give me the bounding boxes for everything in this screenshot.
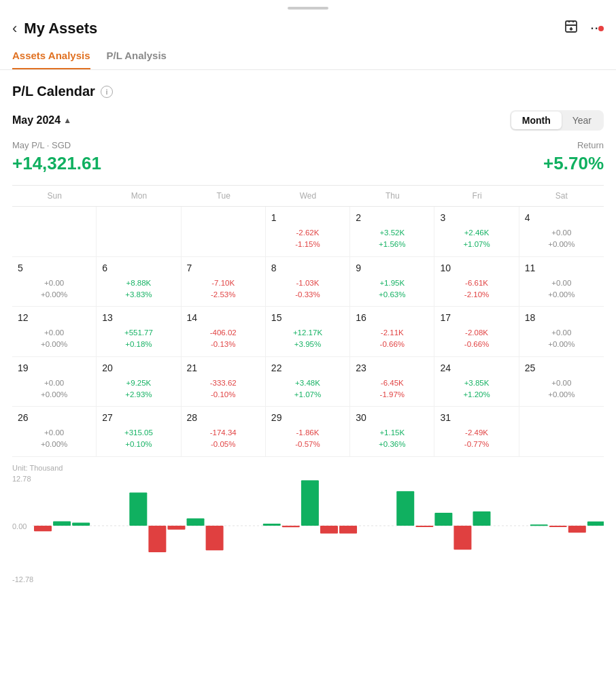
cal-pl-value: -2.62K-1.15% — [295, 227, 320, 251]
cal-day-number: 22 — [270, 362, 282, 373]
cal-day-number: 14 — [186, 312, 198, 323]
cal-day-number: 29 — [270, 412, 282, 423]
bar-28 — [568, 526, 586, 533]
cal-cell: 25+0.00+0.00% — [519, 357, 604, 407]
cal-day-number: 2 — [354, 212, 361, 223]
cal-cell: 11+0.00+0.00% — [519, 257, 604, 307]
bar-0 — [34, 526, 52, 531]
calendar-week-2: 5+0.00+0.00%6+8.88K+3.83%7-7.10K-2.53%8-… — [12, 257, 604, 307]
cal-cell: 28-174.34-0.05% — [182, 407, 266, 456]
header: ‹ My Assets ··· — [0, 14, 616, 44]
cal-cell: 7-7.10K-2.53% — [182, 257, 266, 307]
cal-day-number: 3 — [439, 212, 445, 223]
chart-mid-label: 0.00 — [12, 522, 27, 530]
cal-pl-value: +0.00+0.00% — [548, 377, 575, 401]
cal-cell: 3+2.46K+1.07% — [434, 207, 519, 256]
cal-pl-value: -333.62-0.10% — [210, 377, 237, 401]
bar-27 — [549, 526, 567, 527]
bar-14 — [301, 480, 319, 526]
cal-pl-value: +0.00+0.00% — [548, 227, 575, 251]
bar-12 — [263, 523, 281, 525]
cal-pl-value: +3.48K+1.07% — [294, 377, 321, 401]
cal-cell: 26+0.00+0.00% — [12, 407, 97, 456]
cal-cell: 30+1.15K+0.36% — [350, 407, 434, 456]
return-right: Return +5.70% — [543, 140, 604, 174]
cal-day-number: 20 — [101, 362, 113, 373]
cal-pl-value: +0.00+0.00% — [41, 377, 67, 401]
year-toggle-btn[interactable]: Year — [562, 112, 602, 129]
bar-16 — [339, 526, 357, 533]
bar-21 — [434, 512, 452, 525]
info-icon[interactable]: i — [101, 86, 113, 98]
view-toggle: Month Year — [510, 110, 604, 131]
cal-day-number: 31 — [439, 412, 451, 423]
cal-pl-value: -174.34-0.05% — [210, 427, 237, 451]
cal-cell: 13+551.77+0.18% — [97, 307, 181, 356]
cal-day-number: 1 — [270, 212, 277, 223]
weekday-fri: Fri — [434, 186, 519, 206]
pl-calendar: Sun Mon Tue Wed Thu Fri Sat 1-2.62K-1.15… — [12, 185, 604, 457]
back-button[interactable]: ‹ — [12, 21, 17, 36]
cal-cell: 29-1.86K-0.57% — [266, 407, 350, 456]
cal-day-number: 27 — [101, 412, 113, 423]
cal-pl-value: -1.86K-0.57% — [295, 427, 320, 451]
cal-pl-value: +1.95K+0.63% — [379, 277, 405, 301]
cal-day-number: 10 — [439, 263, 451, 273]
header-actions: ··· — [564, 19, 604, 37]
cal-cell — [182, 207, 266, 256]
cal-pl-value: +0.00+0.00% — [41, 327, 67, 351]
return-value: +5.70% — [543, 153, 604, 174]
export-icon[interactable] — [564, 19, 579, 37]
month-toggle-btn[interactable]: Month — [511, 112, 562, 129]
pl-calendar-label: P/L Calendar — [12, 84, 95, 99]
cal-pl-value: +3.52K+1.56% — [379, 227, 405, 251]
weekday-wed: Wed — [266, 186, 350, 206]
tab-assets-analysis[interactable]: Assets Analysis — [12, 44, 90, 69]
cal-cell: 31-2.49K-0.77% — [434, 407, 519, 456]
tab-pl-analysis[interactable]: P/L Analysis — [107, 44, 167, 69]
cal-cell: 21-333.62-0.10% — [182, 357, 266, 407]
cal-day-number: 17 — [439, 312, 451, 323]
bar-23 — [473, 511, 490, 525]
cal-day-number: 18 — [524, 312, 536, 323]
weekday-sun: Sun — [12, 186, 97, 206]
cal-pl-value: +0.00+0.00% — [548, 327, 575, 351]
cal-pl-value: +2.46K+1.07% — [463, 227, 490, 251]
cal-cell — [97, 207, 181, 256]
cal-day-number: 13 — [101, 312, 113, 323]
cal-cell: 12+0.00+0.00% — [12, 307, 97, 356]
cal-day-number: 28 — [186, 412, 198, 423]
cal-cell: 1-2.62K-1.15% — [266, 207, 350, 256]
cal-pl-value: -7.10K-2.53% — [211, 277, 235, 301]
cal-day-number: 9 — [354, 263, 361, 273]
month-selector[interactable]: May 2024 ▲ — [12, 114, 71, 126]
calendar-week-1: 1-2.62K-1.15%2+3.52K+1.56%3+2.46K+1.07%4… — [12, 207, 604, 257]
cal-day-number: 21 — [186, 362, 198, 373]
bar-20 — [415, 526, 433, 527]
cal-pl-value: -2.49K-0.77% — [464, 427, 489, 451]
cal-cell: 23-6.45K-1.97% — [350, 357, 434, 407]
bar-26 — [530, 524, 548, 526]
cal-pl-value: -6.61K-2.10% — [464, 277, 489, 301]
pl-summary: May P/L · SGD +14,321.61 Return +5.70% — [12, 140, 604, 174]
calendar-header: Sun Mon Tue Wed Thu Fri Sat — [12, 186, 604, 207]
month-label-text: May 2024 — [12, 114, 61, 126]
bar-8 — [187, 518, 205, 526]
cal-pl-value: +0.00+0.00% — [41, 427, 67, 451]
bar-19 — [396, 491, 414, 526]
section-title: P/L Calendar i — [12, 84, 604, 99]
bar-7 — [167, 526, 185, 530]
bar-1 — [53, 521, 71, 526]
bar-chart-svg — [33, 475, 604, 584]
cal-day-number: 11 — [524, 263, 536, 273]
cal-cell: 14-406.02-0.13% — [182, 307, 266, 356]
return-label: Return — [543, 140, 604, 150]
cal-pl-value: +0.00+0.00% — [41, 277, 67, 301]
cal-pl-value: -2.08K-0.66% — [464, 327, 489, 351]
weekday-tue: Tue — [182, 186, 266, 206]
chart-top-label: 12.78 — [12, 475, 31, 483]
cal-cell: 27+315.05+0.10% — [97, 407, 181, 456]
nav-tabs: Assets Analysis P/L Analysis — [0, 44, 616, 70]
chart-section: Unit: Thousand 12.78 0.00 -12.78 — [12, 464, 604, 590]
weekday-thu: Thu — [350, 186, 434, 206]
